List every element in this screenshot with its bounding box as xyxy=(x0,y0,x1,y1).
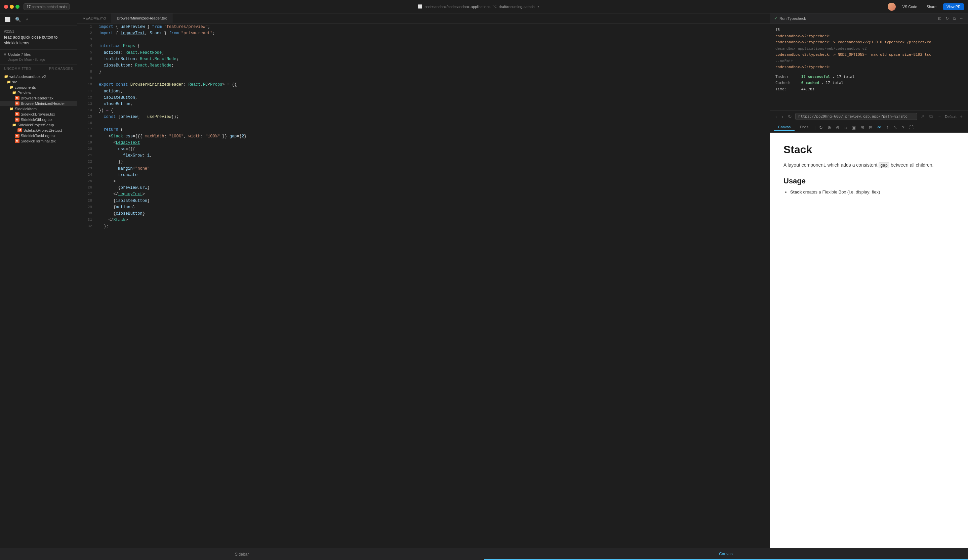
top-bar: 17 commits behind main ⬜ codesandbox/cod… xyxy=(0,0,968,13)
terminal-split-btn[interactable]: ⊡ xyxy=(937,15,942,21)
repo-path: codesandbox/codesandbox-applications xyxy=(424,5,491,9)
preview-gap-code: gap xyxy=(878,162,889,168)
tab-browser-minimized[interactable]: BrowserMinimizedHeader.tsx xyxy=(111,13,172,23)
terminal-copy-btn[interactable]: ⧉ xyxy=(952,15,956,21)
toolbar-layout1-btn[interactable]: ▣ xyxy=(850,124,857,131)
code-line-24: 24 truncate xyxy=(77,172,770,178)
tree-item-browser-minimized[interactable]: M BrowserMinimizedHeader xyxy=(0,101,77,106)
sidebar: ⬜ 🔍 ⑂ #2251 feat: add quick close button… xyxy=(0,13,77,548)
bottom-tab-canvas[interactable]: Canvas xyxy=(484,548,968,560)
tree-item-browser-header[interactable]: M BrowserHeader.tsx xyxy=(0,96,77,101)
toolbar-help-btn[interactable]: ? xyxy=(900,124,906,131)
toolbar-refresh-btn[interactable]: ↻ xyxy=(817,124,824,131)
code-line-8: 8 } xyxy=(77,69,770,75)
pr-update-section: Update 7 files Jasper De Moor · 8d ago xyxy=(0,50,77,64)
code-editor[interactable]: 1 import { usePreview } from "features/p… xyxy=(77,24,770,548)
share-button[interactable]: Share xyxy=(924,3,939,10)
preview-description: A layout component, which adds a consist… xyxy=(784,161,955,168)
time-value: 44.78s xyxy=(801,87,815,91)
cached-value-success: 6 cached xyxy=(801,81,819,85)
tree-item-sidekick-git[interactable]: M SidekickGitLog.tsx xyxy=(0,117,77,122)
code-line-21: 21 flexGrow: 1, xyxy=(77,152,770,159)
term-line-3: desandbox-applications/web/codesandbox-v… xyxy=(776,46,963,52)
code-line-5: 5 actions: React.ReactNode; xyxy=(77,50,770,56)
tree-item-preview-folder[interactable]: 📁 Preview xyxy=(0,90,77,96)
term-label-4: codesandbox-v2:typecheck: > NODE_OPTIONS… xyxy=(776,53,932,57)
avatar xyxy=(888,3,896,11)
terminal-refresh-btn[interactable]: ↻ xyxy=(945,15,950,21)
file-badge-m: M xyxy=(15,96,20,100)
url-bar[interactable]: https://po29hnq-6007.preview.csb.app/?pa… xyxy=(795,113,917,120)
toolbar-expand-btn[interactable]: ⤡ xyxy=(892,124,899,131)
monitor-icon: ⬜ xyxy=(418,4,423,9)
commits-behind-badge[interactable]: 17 commits behind main xyxy=(23,3,70,10)
commits-behind-label: 17 commits behind main xyxy=(27,5,66,9)
code-line-7: 7 closeButton: React.ReactNode; xyxy=(77,63,770,69)
window-close-btn[interactable] xyxy=(4,5,8,9)
view-pr-button[interactable]: View PR xyxy=(943,3,964,10)
top-bar-right: VS Code Share View PR xyxy=(888,3,964,11)
toolbar-fullscreen-btn[interactable]: ⛶ xyxy=(907,124,915,131)
update-meta: Jasper De Moor · 8d ago xyxy=(8,58,73,61)
nav-more-btn[interactable]: ··· xyxy=(936,113,943,120)
toolbar-layout3-btn[interactable]: ⊟ xyxy=(867,124,874,131)
bottom-bar: Sidebar Canvas xyxy=(0,548,968,560)
toolbar-search-btn[interactable]: ⌕ xyxy=(843,124,849,131)
folder-src-icon: 📁 xyxy=(7,80,11,84)
bottom-tab-sidebar[interactable]: Sidebar xyxy=(0,548,484,560)
tree-item-sidekick-terminal[interactable]: M SidekickTerminal.tsx xyxy=(0,139,77,144)
tree-item-components[interactable]: 📁 components xyxy=(0,85,77,90)
vscode-button[interactable]: VS Code xyxy=(900,3,920,10)
toolbar-zoom-in-btn[interactable]: ⊕ xyxy=(826,124,833,131)
nav-external-btn[interactable]: ↗ xyxy=(919,113,926,120)
term-line-5-text: --noEmit xyxy=(776,59,793,63)
editor-tabs: README.md BrowserMinimizedHeader.tsx xyxy=(77,13,770,24)
sidebar-git-icon[interactable]: ⑂ xyxy=(25,16,29,23)
sidebar-search-icon[interactable]: 🔍 xyxy=(15,16,22,23)
editor-area: README.md BrowserMinimizedHeader.tsx 1 i… xyxy=(77,13,770,548)
tree-item-sidekick-project-folder[interactable]: 📁 SidekickProjectSetup xyxy=(0,122,77,128)
tree-item-sidekick-item-folder[interactable]: 📁 SidekickItem xyxy=(0,106,77,112)
terminal-panel: ✓ Run Typecheck ⊡ ↻ ⧉ ··· f5 codesandbox… xyxy=(770,13,968,111)
preview-add-btn[interactable]: + xyxy=(959,113,964,120)
code-line-31: 31 </Stack> xyxy=(77,217,770,223)
nav-back-btn[interactable]: ‹ xyxy=(774,113,778,120)
terminal-actions: ⊡ ↻ ⧉ ··· xyxy=(937,15,964,21)
file-tree: 📁 web/codesandbox-v2 📁 src 📁 components … xyxy=(0,73,77,144)
code-line-15: 15 const [preview] = usePreview(); xyxy=(77,114,770,120)
terminal-more-btn[interactable]: ··· xyxy=(959,15,964,21)
terminal-body[interactable]: f5 codesandbox-v2:typecheck: codesandbox… xyxy=(770,24,968,111)
window-maximize-btn[interactable] xyxy=(15,5,20,9)
tree-item-sidekick-project-setup[interactable]: M SidekickProjectSetup.t xyxy=(0,128,77,133)
preview-tab-docs[interactable]: Docs xyxy=(796,124,812,131)
update-title: Update 7 files xyxy=(8,53,31,56)
toolbar-layout2-btn[interactable]: ⊞ xyxy=(859,124,866,131)
term-line-1: codesandbox-v2:typecheck: xyxy=(776,34,963,39)
tree-item-sidekick-browser[interactable]: M SidekickBrowser.tsx xyxy=(0,112,77,117)
tree-item-web-codesandbox[interactable]: 📁 web/codesandbox-v2 xyxy=(0,74,77,79)
preview-tab-canvas[interactable]: Canvas xyxy=(774,124,794,131)
code-line-17: 17 return ( xyxy=(77,127,770,133)
folder-preview-icon: 📁 xyxy=(12,91,16,94)
folder-sidekick-icon: 📁 xyxy=(9,107,13,111)
toolbar-zoom-out-btn[interactable]: ⊖ xyxy=(834,124,841,131)
nav-refresh-btn[interactable]: ↻ xyxy=(787,113,793,120)
term-line-f5: f5 xyxy=(776,27,963,33)
section-header: Uncommitted | PR Changes xyxy=(0,64,77,73)
folder-project-icon: 📁 xyxy=(12,123,16,127)
toolbar-col1-btn[interactable]: ⫿ xyxy=(885,124,890,131)
tab-readme[interactable]: README.md xyxy=(77,13,111,23)
nav-forward-btn[interactable]: › xyxy=(781,113,785,120)
code-line-22: 22 }} xyxy=(77,159,770,165)
tree-item-sidekick-task[interactable]: M SidekickTaskLog.tsx xyxy=(0,133,77,139)
cached-value-total: , 17 total xyxy=(821,81,843,85)
term-label-6: codesandbox-v2:typecheck: xyxy=(776,65,831,69)
nav-copy-btn[interactable]: ⧉ xyxy=(928,113,934,120)
window-minimize-btn[interactable] xyxy=(10,5,14,9)
toolbar-eye-btn[interactable]: 👁 xyxy=(875,124,883,131)
code-line-30: 30 {closeButton} xyxy=(77,211,770,217)
code-line-26: 26 {preview.url} xyxy=(77,185,770,191)
sidebar-panel-icon[interactable]: ⬜ xyxy=(4,16,11,23)
tree-item-src[interactable]: 📁 src xyxy=(0,79,77,85)
preview-heading: Stack xyxy=(784,144,955,156)
